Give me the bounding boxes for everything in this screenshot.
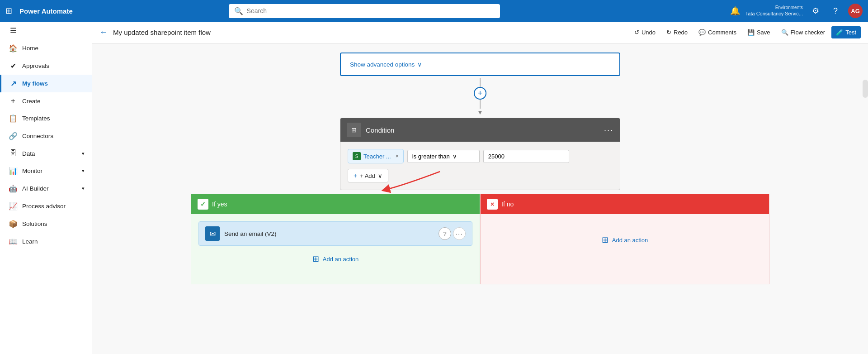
search-bar[interactable]: 🔍 <box>229 4 500 18</box>
process-advisor-icon: 📈 <box>9 202 18 210</box>
undo-button[interactable]: ↺ Undo <box>630 26 660 38</box>
learn-icon: 📖 <box>9 237 18 246</box>
undo-label: Undo <box>642 29 656 36</box>
condition-title: Condition <box>366 126 599 134</box>
comments-icon: 💬 <box>698 29 706 36</box>
comments-label: Comments <box>708 29 736 36</box>
help-icon[interactable]: ? <box>828 4 843 18</box>
hamburger-icon: ☰ <box>9 26 18 35</box>
condition-block: ⊞ Condition ··· S Teacher ... <box>340 118 620 190</box>
connector-line-top <box>480 78 481 87</box>
environment-selector[interactable]: Environments Tata Consultancy Servic... <box>745 5 803 17</box>
show-advanced-options-button[interactable]: Show advanced options ∨ <box>350 61 422 68</box>
add-condition-button[interactable]: + + Add ∨ <box>348 169 388 182</box>
sidebar-item-home[interactable]: 🏠 Home <box>0 39 92 57</box>
solutions-icon: 📦 <box>9 220 18 228</box>
flow-toolbar-actions: ↺ Undo ↻ Redo 💬 Comments 💾 Save 🔍 F <box>630 26 861 38</box>
flow-checker-label: Flow checker <box>791 29 826 36</box>
condition-more-button[interactable]: ··· <box>604 125 613 135</box>
waffle-icon[interactable]: ⊞ <box>5 6 12 16</box>
action-btns: ? ··· <box>439 227 466 240</box>
add-step-button[interactable]: + <box>474 87 486 100</box>
sidebar-item-my-flows[interactable]: ↗ My flows <box>0 75 92 92</box>
templates-label: Templates <box>22 115 50 122</box>
condition-icon-glyph: ⊞ <box>351 126 357 134</box>
sidebar-item-monitor[interactable]: 📊 Monitor ▾ <box>0 162 92 180</box>
condition-body: S Teacher ... × is greater than ∨ <box>340 142 620 190</box>
chip-remove-button[interactable]: × <box>396 153 399 159</box>
solutions-label: Solutions <box>22 220 47 227</box>
sidebar-item-data[interactable]: 🗄 Data ▾ <box>0 145 92 162</box>
env-name: Tata Consultancy Servic... <box>745 10 803 17</box>
add-label: + Add <box>360 172 375 179</box>
operator-chevron-icon: ∨ <box>453 153 457 160</box>
scrollbar[interactable] <box>863 80 868 98</box>
email-icon-glyph: ✉ <box>210 230 216 238</box>
search-input[interactable] <box>247 7 495 14</box>
branch-no-badge: × <box>487 199 498 210</box>
monitor-label: Monitor <box>22 167 42 174</box>
redo-label: Redo <box>674 29 688 36</box>
branch-yes-label: If yes <box>212 201 227 208</box>
test-icon: 🧪 <box>836 29 843 36</box>
notification-icon[interactable]: 🔔 <box>730 6 740 16</box>
add-action-no-button[interactable]: ⊞ Add an action <box>602 232 648 248</box>
send-email-action[interactable]: ✉ Send an email (V2) ? ··· <box>198 221 472 246</box>
connectors-icon: 🔗 <box>9 132 18 140</box>
ai-builder-label: AI Builder <box>22 185 49 192</box>
undo-icon: ↺ <box>634 29 639 36</box>
condition-chip[interactable]: S Teacher ... × <box>348 149 404 163</box>
create-label: Create <box>22 98 41 105</box>
chip-sp-glyph: S <box>355 154 359 159</box>
sidebar-item-templates[interactable]: 📋 Templates <box>0 110 92 127</box>
ai-builder-icon: 🤖 <box>9 184 18 193</box>
save-button[interactable]: 💾 Save <box>743 26 775 38</box>
branch-yes: ✓ If yes ✉ Send an email (V2) <box>191 194 480 284</box>
condition-value-input[interactable] <box>483 150 569 163</box>
email-action-label: Send an email (V2) <box>224 230 434 237</box>
sidebar-item-process-advisor[interactable]: 📈 Process advisor <box>0 197 92 215</box>
avatar[interactable]: AG <box>848 4 863 18</box>
main-area: ← My updated sharepoint item flow ↺ Undo… <box>92 22 868 354</box>
create-icon: + <box>9 97 18 105</box>
sidebar-item-solutions[interactable]: 📦 Solutions <box>0 215 92 233</box>
data-expand-icon: ▾ <box>82 151 85 157</box>
branch-yes-header: ✓ If yes <box>191 194 480 214</box>
sidebar: ☰ 🏠 Home ✔ Approvals ↗ My flows + Create… <box>0 22 92 354</box>
comments-button[interactable]: 💬 Comments <box>694 26 741 38</box>
email-action-icon: ✉ <box>205 226 220 241</box>
operator-select[interactable]: is greater than ∨ <box>407 150 480 163</box>
save-label: Save <box>757 29 770 36</box>
sidebar-item-approvals[interactable]: ✔ Approvals <box>0 57 92 75</box>
sidebar-item-create[interactable]: + Create <box>0 92 92 110</box>
main-layout: ☰ 🏠 Home ✔ Approvals ↗ My flows + Create… <box>0 22 868 354</box>
redo-button[interactable]: ↻ Redo <box>662 26 692 38</box>
sidebar-item-learn[interactable]: 📖 Learn <box>0 233 92 250</box>
trigger-block[interactable]: Show advanced options ∨ <box>340 53 620 76</box>
branches-container: ✓ If yes ✉ Send an email (V2) <box>191 194 769 284</box>
flow-checker-button[interactable]: 🔍 Flow checker <box>777 26 830 38</box>
test-button[interactable]: 🧪 Test <box>831 26 861 38</box>
advanced-chevron-icon: ∨ <box>417 61 422 68</box>
data-icon: 🗄 <box>9 149 18 158</box>
home-label: Home <box>22 45 38 52</box>
sidebar-item-ai-builder[interactable]: 🤖 AI Builder ▾ <box>0 180 92 197</box>
sidebar-item-connectors[interactable]: 🔗 Connectors <box>0 127 92 145</box>
back-button[interactable]: ← <box>99 28 108 37</box>
condition-add: + + Add ∨ <box>348 169 613 182</box>
flow-center: Show advanced options ∨ + ▼ ⊞ <box>110 53 850 284</box>
action-more-button[interactable]: ··· <box>453 227 466 240</box>
home-icon: 🏠 <box>9 44 18 53</box>
my-flows-label: My flows <box>22 80 48 87</box>
condition-icon: ⊞ <box>347 123 361 137</box>
action-help-button[interactable]: ? <box>439 227 451 240</box>
ai-expand-icon: ▾ <box>82 186 85 191</box>
sidebar-item-hamburger[interactable]: ☰ <box>0 22 92 39</box>
chip-label: Teacher ... <box>363 153 391 160</box>
add-action-yes-label: Add an action <box>323 256 359 263</box>
operator-label: is greater than <box>412 153 450 160</box>
settings-icon[interactable]: ⚙ <box>808 4 823 18</box>
add-action-yes-button[interactable]: ⊞ Add an action <box>312 251 359 267</box>
condition-header: ⊞ Condition ··· <box>340 118 620 142</box>
app-name-label: Power Automate <box>19 7 73 15</box>
